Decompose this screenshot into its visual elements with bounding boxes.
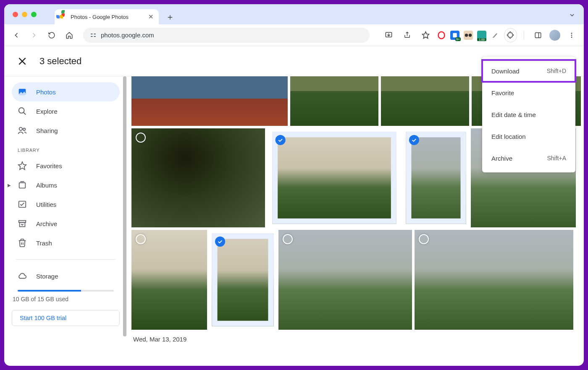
date-section-label: Wed, Mar 13, 2019 <box>133 336 584 343</box>
sidebar-item-explore[interactable]: Explore <box>12 102 120 121</box>
dropdown-item-label: Favorite <box>491 89 514 96</box>
extension-price-badge: 1.00 <box>477 38 486 41</box>
sidebar-item-label: Utilities <box>36 201 56 208</box>
sidebar-item-label: Sharing <box>36 127 58 134</box>
home-button[interactable] <box>62 28 76 42</box>
start-trial-button[interactable]: Start 100 GB trial <box>12 310 120 326</box>
select-circle-icon[interactable] <box>419 234 429 244</box>
storage-progress-bar <box>18 290 114 292</box>
chrome-menu-button[interactable] <box>564 28 579 42</box>
close-tab-icon[interactable]: ✕ <box>148 13 154 21</box>
back-button[interactable] <box>9 28 24 42</box>
svg-point-15 <box>571 34 572 36</box>
tab-overflow-button[interactable] <box>569 12 575 20</box>
sidebar-item-storage[interactable]: Storage <box>12 266 120 286</box>
photo-thumbnail-selected[interactable] <box>406 132 466 224</box>
photo-thumbnail[interactable] <box>290 76 378 126</box>
photo-thumbnail[interactable] <box>131 230 207 330</box>
storage-progress-fill <box>18 290 81 292</box>
close-window-button[interactable] <box>13 12 18 17</box>
svg-marker-25 <box>18 162 26 169</box>
extension-brush-icon[interactable] <box>491 31 500 40</box>
trash-icon <box>18 238 27 248</box>
select-circle-icon[interactable] <box>136 234 146 244</box>
sidebar-item-trash[interactable]: Trash <box>12 233 120 253</box>
dropdown-item-edit-datetime[interactable]: Edit date & time <box>482 104 575 125</box>
extension-glasses-icon[interactable] <box>464 31 473 40</box>
selected-check-icon[interactable] <box>276 135 286 145</box>
svg-point-21 <box>19 108 24 113</box>
svg-point-11 <box>469 34 472 37</box>
svg-rect-30 <box>20 222 25 227</box>
selected-check-icon[interactable] <box>409 135 419 145</box>
photo-thumbnail[interactable] <box>415 230 573 330</box>
dropdown-item-label: Download <box>491 68 520 75</box>
close-selection-button[interactable] <box>17 56 28 67</box>
site-info-icon[interactable] <box>90 32 97 39</box>
side-panel-button[interactable] <box>531 28 545 42</box>
photo-thumbnail[interactable] <box>381 76 469 126</box>
forward-button[interactable] <box>27 28 41 42</box>
dropdown-item-archive[interactable]: Archive Shift+A <box>482 147 575 169</box>
extensions-button[interactable] <box>504 28 517 42</box>
extension-opera-icon[interactable] <box>437 31 446 40</box>
install-app-icon[interactable] <box>381 28 396 42</box>
sidebar-item-photos[interactable]: Photos <box>12 82 120 102</box>
select-circle-icon[interactable] <box>283 234 293 244</box>
svg-point-24 <box>23 128 26 131</box>
archive-icon <box>18 219 27 228</box>
svg-point-10 <box>465 34 468 37</box>
svg-rect-9 <box>453 33 457 37</box>
chevron-right-icon: ▶ <box>8 183 11 188</box>
sidebar-item-label: Storage <box>36 273 58 280</box>
library-section-label: LIBRARY <box>12 140 120 156</box>
browser-tab[interactable]: Photos - Google Photos ✕ <box>55 9 159 24</box>
window-controls <box>13 12 37 17</box>
album-icon <box>18 180 27 190</box>
reload-button[interactable] <box>45 28 59 42</box>
svg-marker-7 <box>422 32 429 39</box>
bookmark-icon[interactable] <box>418 28 433 42</box>
sidebar-item-label: Trash <box>36 240 52 247</box>
extension-badge: 9+ <box>455 37 461 41</box>
share-icon[interactable] <box>400 28 414 42</box>
svg-line-22 <box>24 112 26 115</box>
photo-thumbnail[interactable] <box>131 128 265 227</box>
sidebar-item-favorites[interactable]: Favorites <box>12 156 120 175</box>
selected-check-icon[interactable] <box>215 237 225 247</box>
toolbar-divider <box>524 31 524 40</box>
photo-thumbnail-selected[interactable] <box>272 132 396 224</box>
svg-rect-1 <box>91 36 93 37</box>
search-icon <box>18 107 27 116</box>
maximize-window-button[interactable] <box>31 12 37 17</box>
people-icon <box>18 126 27 135</box>
sidebar-item-archive[interactable]: Archive <box>12 214 120 233</box>
sidebar-item-sharing[interactable]: Sharing <box>12 121 120 140</box>
svg-point-14 <box>571 33 572 34</box>
dropdown-item-favorite[interactable]: Favorite <box>482 82 575 104</box>
sidebar-item-label: Favorites <box>36 162 62 169</box>
dropdown-item-download[interactable]: Download Shift+D <box>482 60 575 82</box>
dropdown-item-edit-location[interactable]: Edit location <box>482 125 575 147</box>
photo-thumbnail[interactable] <box>278 230 412 330</box>
dropdown-item-shortcut: Shift+A <box>547 155 566 162</box>
url-text: photos.google.com <box>101 31 154 39</box>
new-tab-button[interactable]: ＋ <box>164 10 176 23</box>
extension-download-manager-icon[interactable]: 9+ <box>450 31 459 40</box>
profile-avatar[interactable] <box>549 30 560 41</box>
photo-thumbnail-selected[interactable] <box>212 233 274 326</box>
svg-point-8 <box>438 31 445 39</box>
extension-price-icon[interactable]: 1.00 <box>477 31 486 40</box>
dropdown-item-label: Edit location <box>491 133 526 140</box>
sidebar-item-albums[interactable]: ▶ Albums <box>12 175 120 195</box>
google-photos-favicon <box>60 13 66 20</box>
select-circle-icon[interactable] <box>136 133 146 143</box>
minimize-window-button[interactable] <box>22 12 27 17</box>
dropdown-item-shortcut: Shift+D <box>547 68 566 74</box>
svg-point-23 <box>19 128 22 130</box>
sidebar-item-utilities[interactable]: Utilities <box>12 195 120 214</box>
sidebar-item-label: Photos <box>36 89 56 96</box>
dropdown-item-label: Archive <box>491 155 512 162</box>
address-bar[interactable]: photos.google.com <box>83 28 370 43</box>
photo-thumbnail[interactable] <box>131 76 288 126</box>
